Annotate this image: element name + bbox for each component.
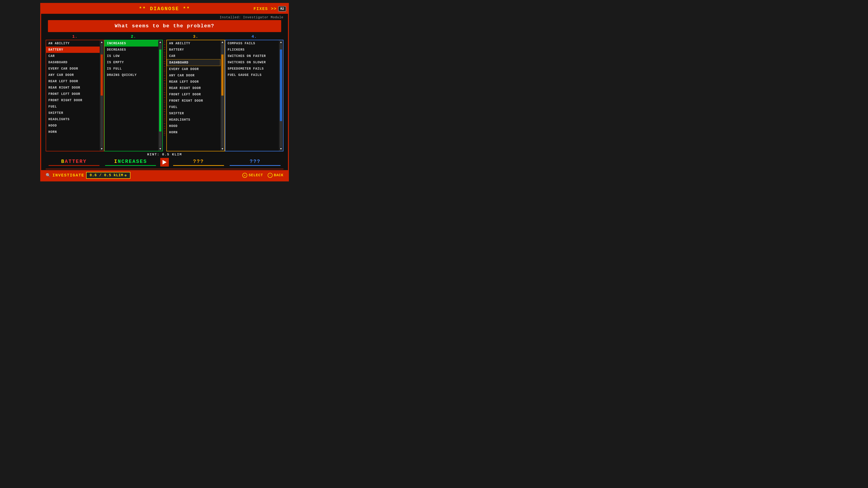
column-2: 2. INCREASES DECREASES IS LOW IS EMPTY I… bbox=[104, 34, 163, 151]
list-item[interactable]: ANY CAR DOOR bbox=[46, 72, 100, 78]
list-item-selected[interactable]: DASHBOARD bbox=[167, 59, 220, 66]
dot bbox=[164, 130, 165, 131]
col-4-list: COMPASS FAILS FLICKERS SWITCHES ON FASTE… bbox=[225, 40, 283, 151]
col-3-scrollbar: ▲ ▼ bbox=[220, 40, 224, 151]
scroll-down-arrow[interactable]: ▼ bbox=[101, 147, 103, 151]
dot bbox=[164, 72, 165, 72]
dot bbox=[164, 128, 165, 129]
dot bbox=[164, 115, 165, 115]
list-item[interactable]: FUEL bbox=[167, 104, 220, 110]
scroll-up-arrow[interactable]: ▲ bbox=[159, 41, 161, 44]
list-item[interactable]: DECREASES bbox=[105, 46, 158, 53]
list-item-selected[interactable]: INCREASES bbox=[105, 40, 158, 46]
dot bbox=[164, 66, 165, 67]
list-item[interactable]: FLICKERS bbox=[225, 46, 279, 53]
play-button[interactable] bbox=[160, 158, 169, 166]
problem-banner: What seems to be the problem? bbox=[48, 20, 281, 32]
scroll-down-arrow[interactable]: ▼ bbox=[159, 147, 161, 151]
list-item[interactable]: SHIFTER bbox=[46, 110, 100, 116]
scroll-up-arrow[interactable]: ▲ bbox=[280, 41, 282, 44]
list-item[interactable]: COMPASS FAILS bbox=[225, 40, 279, 46]
list-item[interactable]: HOOD bbox=[46, 123, 100, 129]
col-1-list-inner: AN ABILITY BATTERY CAR DASHBOARD EVERY C… bbox=[46, 40, 100, 151]
list-item[interactable]: HOOD bbox=[167, 123, 220, 129]
list-item[interactable]: SWITCHES ON SLOWER bbox=[225, 59, 279, 66]
scroll-up-arrow[interactable]: ▲ bbox=[221, 41, 223, 44]
col-2-list-inner: INCREASES DECREASES IS LOW IS EMPTY IS F… bbox=[105, 40, 158, 151]
scroll-track bbox=[221, 44, 223, 147]
scroll-down-arrow[interactable]: ▼ bbox=[221, 147, 223, 151]
dot bbox=[164, 44, 165, 44]
fixes-button[interactable]: FIXES >> bbox=[254, 6, 277, 11]
list-item[interactable]: DRAINS QUICKLY bbox=[105, 72, 158, 78]
col-3-selected-wrap: ??? bbox=[170, 159, 227, 166]
list-item[interactable]: FRONT RIGHT DOOR bbox=[46, 97, 100, 103]
scroll-down-arrow[interactable]: ▼ bbox=[280, 147, 282, 151]
list-item[interactable]: CAR bbox=[167, 53, 220, 59]
col-4-number: 4. bbox=[225, 34, 283, 40]
header-bar: ** DIAGNOSE ** FIXES >> R2 bbox=[41, 4, 288, 14]
back-button[interactable]: ○ BACK bbox=[268, 173, 283, 178]
list-item[interactable]: FUEL bbox=[46, 103, 100, 110]
col-1-selected-wrap: BATTERY bbox=[46, 159, 102, 166]
list-item[interactable]: AN ABILITY bbox=[46, 40, 100, 46]
list-item-selected[interactable]: BATTERY bbox=[46, 46, 100, 53]
dot bbox=[164, 75, 165, 75]
col-2-selected-wrap: INCREASES bbox=[102, 159, 159, 166]
klim-box: 0.6 / 0.5 kLIM ⊕ bbox=[86, 172, 130, 179]
list-item[interactable]: IS LOW bbox=[105, 53, 158, 59]
list-item[interactable]: REAR RIGHT DOOR bbox=[167, 85, 220, 91]
list-item[interactable]: IS FULL bbox=[105, 66, 158, 72]
investigate-section: 🔍 INVESTIGATE 0.6 / 0.5 kLIM ⊕ bbox=[46, 172, 130, 179]
column-4: 4. COMPASS FAILS FLICKERS SWITCHES ON FA… bbox=[225, 34, 283, 151]
col-3-underline bbox=[173, 165, 224, 166]
list-item[interactable]: FRONT LEFT DOOR bbox=[167, 91, 220, 98]
list-item[interactable]: HORN bbox=[167, 129, 220, 135]
list-item[interactable]: REAR LEFT DOOR bbox=[46, 78, 100, 85]
list-item[interactable]: EVERY CAR DOOR bbox=[46, 66, 100, 72]
columns-area: 1. AN ABILITY BATTERY CAR DASHBOARD EVER… bbox=[41, 34, 288, 151]
col-1-list: AN ABILITY BATTERY CAR DASHBOARD EVERY C… bbox=[46, 40, 104, 151]
dot bbox=[164, 111, 165, 111]
select-button[interactable]: ✕ SELECT bbox=[242, 173, 263, 178]
list-item[interactable]: BATTERY bbox=[167, 46, 220, 53]
list-item[interactable]: SWITCHES ON FASTER bbox=[225, 53, 279, 59]
scroll-thumb bbox=[280, 50, 282, 121]
col-1-underline bbox=[49, 165, 99, 166]
col-separator bbox=[163, 34, 166, 151]
scroll-thumb bbox=[101, 55, 103, 96]
list-item[interactable]: SPEEDOMETER FAILS bbox=[225, 66, 279, 72]
list-item[interactable]: FRONT LEFT DOOR bbox=[46, 91, 100, 97]
list-item[interactable]: IS EMPTY bbox=[105, 59, 158, 66]
klim-value: 0.6 / 0.5 kLIM bbox=[90, 173, 123, 177]
scroll-up-arrow[interactable]: ▲ bbox=[101, 41, 103, 44]
dot bbox=[164, 82, 165, 83]
list-item[interactable]: FUEL GAUGE FAILS bbox=[225, 72, 279, 78]
dot bbox=[164, 70, 165, 70]
list-item[interactable]: ANY CAR DOOR bbox=[167, 72, 220, 78]
list-item[interactable]: HEADLIGHTS bbox=[46, 116, 100, 123]
dot-line bbox=[164, 41, 165, 135]
list-item[interactable]: EVERY CAR DOOR bbox=[167, 66, 220, 72]
dot bbox=[164, 47, 165, 48]
dot bbox=[164, 89, 165, 89]
col-3-list: AN ABILITY BATTERY CAR DASHBOARD EVERY C… bbox=[166, 40, 225, 151]
header-title: ** DIAGNOSE ** bbox=[139, 6, 190, 12]
dot bbox=[164, 125, 165, 125]
list-item[interactable]: REAR LEFT DOOR bbox=[167, 78, 220, 85]
dot bbox=[164, 101, 165, 101]
dot bbox=[164, 118, 165, 119]
list-item[interactable]: HORN bbox=[46, 129, 100, 135]
list-item[interactable]: FRONT RIGHT DOOR bbox=[167, 98, 220, 104]
list-item[interactable]: DASHBOARD bbox=[46, 59, 100, 66]
list-item[interactable]: HEADLIGHTS bbox=[167, 117, 220, 123]
col-2-underline bbox=[105, 165, 156, 166]
dot bbox=[164, 58, 165, 58]
list-item[interactable]: SHIFTER bbox=[167, 110, 220, 117]
list-item[interactable]: CAR bbox=[46, 53, 100, 59]
col-2-number: 2. bbox=[104, 34, 163, 40]
list-item[interactable]: REAR RIGHT DOOR bbox=[46, 85, 100, 91]
list-item[interactable]: AN ABILITY bbox=[167, 40, 220, 46]
col-4-scrollbar: ▲ ▼ bbox=[279, 40, 283, 151]
col-4-selected-label: ??? bbox=[250, 159, 260, 164]
